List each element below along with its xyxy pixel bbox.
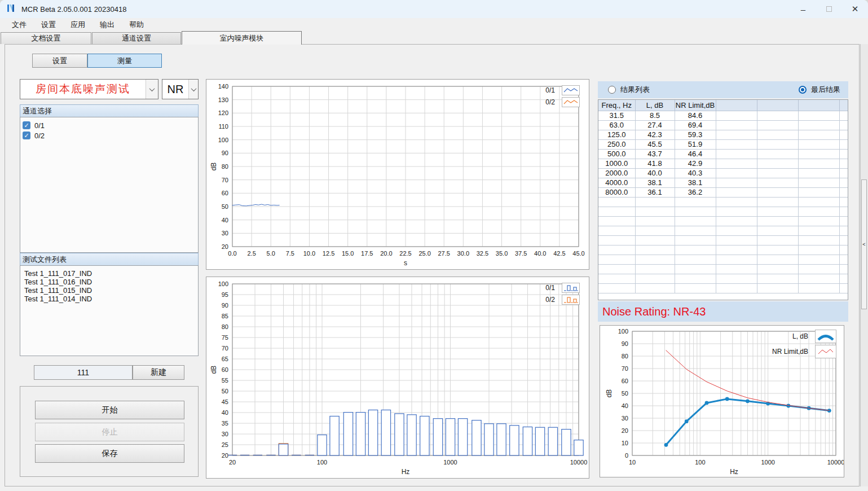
svg-text:60: 60 [622, 378, 628, 384]
menu-item-file[interactable]: 文件 [5, 19, 34, 31]
table-row[interactable]: 8000.036.136.2 [598, 187, 848, 197]
svg-text:80: 80 [622, 353, 628, 360]
table-cell [839, 255, 848, 264]
subtab-settings-button[interactable]: 设置 [32, 54, 87, 68]
table-cell [757, 264, 798, 274]
spectrum-bar-chart: 0/10/2 202530354045505560657075808590951… [206, 277, 589, 479]
svg-text:7.5: 7.5 [286, 250, 294, 257]
channel-item[interactable]: ✓0/1 [23, 120, 196, 130]
chevron-down-icon[interactable] [188, 80, 198, 99]
table-cell [635, 245, 675, 255]
legend-bars-icon [562, 295, 580, 305]
table-row[interactable] [598, 264, 848, 274]
minimize-button[interactable]: – [790, 0, 816, 18]
table-cell [798, 139, 839, 149]
result-list-radio[interactable]: 结果列表 [608, 85, 650, 95]
menu-item-help[interactable]: 帮助 [122, 19, 151, 31]
maximize-button[interactable] [816, 0, 842, 18]
radio-icon[interactable] [608, 86, 616, 94]
level-vs-time-svg: 20304050607080901001101201301400.02.55.0… [206, 80, 589, 269]
tab-document-settings[interactable]: 文档设置 [1, 32, 91, 44]
subtab-measure-button[interactable]: 测量 [87, 54, 162, 68]
test-file-list: Test 1_111_017_INDTest 1_111_016_INDTest… [20, 265, 199, 356]
app-window: MCR Beta 2.05.0.001 20230418 – ✕ 文件 设置 应… [0, 0, 868, 491]
table-header-cell: L, dB [635, 100, 675, 111]
table-cell [598, 245, 635, 255]
table-row[interactable]: 125.042.359.3 [598, 130, 848, 139]
table-cell [716, 130, 757, 139]
menu-item-output[interactable]: 输出 [92, 19, 122, 31]
titlebar: MCR Beta 2.05.0.001 20230418 – ✕ [0, 0, 868, 18]
test-file-item[interactable]: Test 1_111_017_IND [24, 269, 198, 278]
table-header-cell [839, 100, 848, 111]
test-type-combobox[interactable]: 房间本底噪声测试 [20, 79, 158, 99]
table-row[interactable] [598, 235, 848, 245]
table-row[interactable]: 4000.038.138.1 [598, 178, 848, 187]
table-row[interactable] [598, 226, 848, 235]
table-cell [839, 226, 848, 235]
test-file-item[interactable]: Test 1_111_016_IND [24, 278, 198, 286]
table-cell: 40.3 [675, 168, 716, 178]
start-button[interactable]: 开始 [35, 401, 184, 419]
table-row[interactable]: 2000.040.040.3 [598, 168, 848, 178]
table-cell [716, 226, 757, 235]
legend-label: 0/2 [545, 98, 555, 106]
svg-text:45: 45 [222, 398, 228, 405]
channel-item[interactable]: ✓0/2 [23, 130, 196, 141]
table-row[interactable]: 250.045.551.9 [598, 139, 848, 149]
nr-chart-legend: L, dBNR Limit,dB [772, 330, 836, 358]
table-row[interactable] [598, 283, 848, 293]
close-button[interactable]: ✕ [842, 0, 868, 18]
radio-selected-icon[interactable] [799, 86, 807, 94]
menu-item-settings[interactable]: 设置 [34, 19, 63, 31]
test-file-item[interactable]: Test 1_111_014_IND [24, 295, 198, 303]
svg-text:65: 65 [222, 356, 228, 362]
test-type-value: 房间本底噪声测试 [20, 80, 146, 99]
table-row[interactable] [598, 197, 848, 207]
checkbox-checked-icon[interactable]: ✓ [23, 131, 30, 139]
table-row[interactable]: 31.58.584.6 [598, 111, 848, 120]
checkbox-checked-icon[interactable]: ✓ [23, 121, 30, 129]
table-row[interactable] [598, 216, 848, 226]
svg-text:85: 85 [222, 313, 228, 319]
table-row[interactable]: 1000.041.842.9 [598, 159, 848, 168]
table-row[interactable]: 500.043.746.4 [598, 149, 848, 159]
table-cell [635, 226, 675, 235]
chevron-down-icon[interactable] [146, 80, 158, 99]
table-row[interactable] [598, 255, 848, 264]
svg-text:50: 50 [622, 390, 628, 397]
rating-type-combobox[interactable]: NR [162, 79, 199, 99]
panel-expander[interactable]: < [861, 179, 867, 309]
table-cell [798, 255, 839, 264]
new-button[interactable]: 新建 [133, 365, 184, 380]
table-cell: 43.7 [635, 149, 675, 159]
table-cell [635, 283, 675, 293]
table-row[interactable] [598, 207, 848, 216]
table-cell [839, 149, 848, 159]
table-row[interactable] [598, 245, 848, 255]
table-row[interactable] [598, 274, 848, 283]
save-button[interactable]: 保存 [35, 444, 184, 463]
table-cell [598, 197, 635, 207]
table-row[interactable]: 63.027.469.4 [598, 120, 848, 130]
table-cell [757, 159, 798, 168]
table-cell [798, 283, 839, 293]
table-cell [598, 264, 635, 274]
test-name-input[interactable] [34, 365, 133, 380]
results-table[interactable]: Freq., HzL, dBNR Limit,dB31.58.584.663.0… [598, 100, 848, 293]
svg-text:60: 60 [222, 366, 228, 373]
svg-text:dB: dB [210, 163, 218, 171]
table-cell [716, 168, 757, 178]
legend-label: 0/1 [545, 284, 555, 292]
table-cell [757, 283, 798, 293]
svg-text:25.0: 25.0 [418, 250, 430, 257]
test-file-item[interactable]: Test 1_111_015_IND [24, 286, 198, 295]
tab-indoor-noise-module[interactable]: 室内噪声模块 [182, 31, 302, 45]
table-cell [716, 207, 757, 216]
menu-item-apply[interactable]: 应用 [63, 19, 92, 31]
last-result-radio[interactable]: 最后结果 [799, 85, 840, 95]
svg-text:27.5: 27.5 [438, 250, 450, 257]
table-cell [635, 264, 675, 274]
tab-channel-settings[interactable]: 通道设置 [92, 32, 181, 44]
table-cell [757, 197, 798, 207]
